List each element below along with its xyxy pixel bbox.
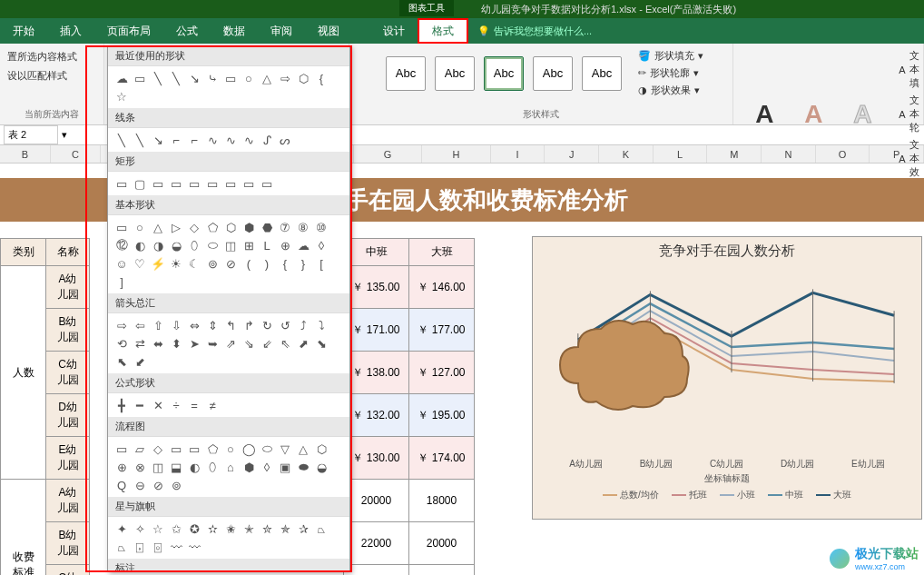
- cell-name[interactable]: A幼儿园: [46, 480, 90, 522]
- flowchart-icon[interactable]: ⌂: [222, 459, 239, 475]
- cell-value[interactable]: ￥ 138.00: [344, 352, 409, 394]
- flowchart-icon[interactable]: ⬠: [204, 441, 221, 457]
- tab-review[interactable]: 审阅: [258, 18, 305, 44]
- connector-icon[interactable]: ⤷: [204, 70, 221, 86]
- star-icon[interactable]: ✮: [259, 520, 275, 537]
- cell-name[interactable]: C幼儿园: [46, 565, 90, 576]
- star-icon[interactable]: ✫: [204, 520, 221, 537]
- flowchart-icon[interactable]: ⬓: [168, 459, 184, 475]
- flowchart-icon[interactable]: ▣: [277, 459, 293, 475]
- star-icon[interactable]: ✧: [132, 520, 148, 537]
- line-icon[interactable]: ╲: [113, 132, 130, 148]
- equals-icon[interactable]: =: [186, 397, 202, 413]
- wordart-style-3[interactable]: A: [842, 97, 882, 132]
- elbow-icon[interactable]: ⌐: [186, 132, 202, 148]
- curve-icon[interactable]: ∿: [222, 132, 239, 148]
- th-name[interactable]: 名称: [46, 239, 90, 266]
- banner-icon[interactable]: ⏢: [113, 539, 130, 555]
- rect-icon[interactable]: ▭: [113, 175, 130, 192]
- col-I[interactable]: I: [491, 145, 546, 163]
- chart-title[interactable]: 竞争对手在园人数分析: [533, 237, 921, 265]
- shape-icon[interactable]: ⑦: [277, 219, 293, 235]
- brace-icon[interactable]: {: [313, 70, 329, 86]
- shape-icon[interactable]: ○: [132, 219, 148, 235]
- cell-value[interactable]: ￥ 132.00: [344, 394, 409, 437]
- rect-icon[interactable]: ▭: [168, 175, 184, 192]
- shape-icon[interactable]: ♡: [132, 255, 148, 272]
- arrow-icon[interactable]: ↱: [241, 317, 257, 333]
- flowchart-icon[interactable]: Q: [113, 477, 130, 493]
- rect-icon[interactable]: ▭: [186, 175, 202, 192]
- wordart-style-2[interactable]: A: [793, 97, 833, 132]
- cell-value[interactable]: ￥ 146.00: [409, 266, 475, 309]
- arrow-icon[interactable]: ⟲: [113, 335, 130, 352]
- flowchart-icon[interactable]: ◊: [259, 459, 275, 475]
- shape-icon[interactable]: ⊕: [277, 237, 293, 253]
- shape-fill-button[interactable]: 🪣形状填充 ▾: [638, 47, 703, 64]
- rect-icon[interactable]: ▭: [222, 70, 239, 86]
- tab-data[interactable]: 数据: [211, 18, 258, 44]
- cell-value[interactable]: ￥ 177.00: [409, 309, 475, 352]
- arrow-icon[interactable]: ➥: [204, 335, 221, 352]
- cell-category-people[interactable]: 人数: [1, 266, 46, 480]
- shape-icon[interactable]: (: [241, 255, 257, 272]
- shape-icon[interactable]: ⬯: [186, 237, 202, 253]
- arrow-line-icon[interactable]: ↘: [186, 70, 202, 86]
- cell-value[interactable]: ￥ 130.00: [344, 437, 409, 480]
- star-icon[interactable]: ✦: [113, 520, 130, 537]
- cell-name[interactable]: B幼儿园: [46, 309, 90, 352]
- star-icon[interactable]: ✰: [295, 520, 311, 537]
- freeform-icon[interactable]: ᔑ: [259, 132, 275, 148]
- arrow-icon[interactable]: ↰: [222, 317, 239, 333]
- shape-icon[interactable]: ▭: [113, 219, 130, 235]
- arrow-icon[interactable]: ⇙: [259, 335, 275, 352]
- cell-value[interactable]: 23000: [409, 565, 475, 576]
- divide-icon[interactable]: ÷: [168, 397, 184, 413]
- format-selection-button[interactable]: 置所选内容格式: [7, 47, 96, 66]
- arrow-icon[interactable]: ⇨: [277, 70, 293, 86]
- banner-icon[interactable]: ⏢: [313, 520, 329, 537]
- cell-name[interactable]: C幼儿园: [46, 352, 90, 394]
- flowchart-icon[interactable]: ▭: [186, 441, 202, 457]
- shape-icon[interactable]: ☺: [113, 255, 130, 272]
- shape-style-gallery[interactable]: Abc Abc Abc Abc Abc: [378, 49, 629, 98]
- cell-value[interactable]: 22000: [344, 522, 409, 565]
- cell-value[interactable]: ￥ 135.00: [344, 266, 409, 309]
- shape-icon[interactable]: ⚡: [150, 255, 166, 272]
- cell-value[interactable]: ￥ 174.00: [409, 437, 475, 480]
- flowchart-icon[interactable]: ○: [222, 441, 239, 457]
- flowchart-icon[interactable]: △: [295, 441, 311, 457]
- star-icon[interactable]: ✩: [168, 520, 184, 537]
- star-icon[interactable]: ✪: [186, 520, 202, 537]
- flowchart-icon[interactable]: ▱: [132, 441, 148, 457]
- not-equals-icon[interactable]: ≠: [204, 397, 221, 413]
- cell-value[interactable]: 23000: [344, 565, 409, 576]
- arrow-icon[interactable]: ⬊: [313, 335, 329, 352]
- plus-icon[interactable]: ╋: [113, 397, 130, 413]
- col-G[interactable]: G: [354, 145, 423, 163]
- flowchart-icon[interactable]: ▽: [277, 441, 293, 457]
- scribble-icon[interactable]: ᔕ: [277, 132, 293, 148]
- rect-icon[interactable]: ▭: [204, 175, 221, 192]
- shape-icon[interactable]: ☀: [168, 255, 184, 272]
- flowchart-icon[interactable]: ⬬: [295, 459, 311, 475]
- shape-icon[interactable]: ⬭: [204, 237, 221, 253]
- flowchart-icon[interactable]: ⊖: [132, 477, 148, 493]
- star-icon[interactable]: ☆: [113, 88, 130, 104]
- shape-icon[interactable]: ⊘: [222, 255, 239, 272]
- cell-value[interactable]: ￥ 127.00: [409, 352, 475, 394]
- star-icon[interactable]: ✬: [222, 520, 239, 537]
- tab-view[interactable]: 视图: [305, 18, 352, 44]
- shape-icon[interactable]: }: [295, 255, 311, 272]
- arrow-icon[interactable]: ⇔: [186, 317, 202, 333]
- tab-format[interactable]: 格式: [418, 18, 468, 44]
- col-K[interactable]: K: [599, 145, 654, 163]
- shape-icon[interactable]: △: [150, 219, 166, 235]
- flowchart-icon[interactable]: ⊗: [132, 459, 148, 475]
- multiply-icon[interactable]: ✕: [150, 397, 166, 413]
- shapes-gallery-dropdown[interactable]: 最近使用的形状 ☁ ▭ ╲ ╲ ↘ ⤷ ▭ ○ △ ⇨ ⬡ { ☆ 线条 ╲╲↘…: [107, 45, 350, 572]
- shape-icon[interactable]: ◊: [313, 237, 329, 253]
- cell-category-fee[interactable]: 收费标准: [1, 480, 46, 576]
- line-icon[interactable]: ↘: [150, 132, 166, 148]
- rect-icon[interactable]: ▭: [222, 175, 239, 192]
